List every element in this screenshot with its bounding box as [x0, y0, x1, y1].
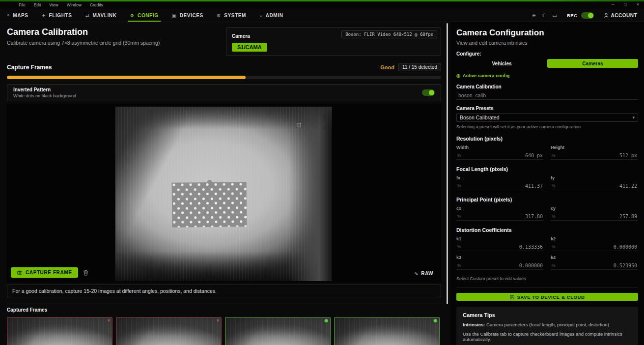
account-label: ACCOUNT — [611, 13, 638, 18]
k1-input[interactable]: % 0.133336 — [456, 243, 544, 251]
tab-label: ADMIN — [266, 13, 283, 18]
numeric-icon: % — [457, 214, 461, 219]
section-heading: Distortion Coefficients — [456, 227, 638, 233]
tab-label: MAPS — [13, 13, 28, 18]
captured-frame-thumbnail[interactable]: ◉ — [225, 317, 331, 345]
tab-vehicles[interactable]: Vehicles — [456, 59, 547, 68]
tab-cameras[interactable]: Cameras — [547, 59, 638, 68]
main-scrollbar[interactable] — [447, 23, 448, 304]
save-to-device-cloud-button[interactable]: SAVE TO DEVICE & CLOUD — [456, 293, 638, 301]
tips-line-calibrate: Use the Calibrate tab to capture checker… — [463, 331, 632, 342]
nav-tabs: ⌖ MAPS ✈ FLIGHTS ⇄ MAVLINK ⚙ CONFIG ▣ DE… — [7, 9, 283, 22]
principal-point-section: Principal Point (pixels) cx % 317.80 cy … — [456, 197, 638, 221]
fx-input[interactable]: % 411.37 — [456, 182, 544, 190]
divider — [7, 303, 446, 303]
toggle-knob — [429, 90, 434, 95]
calibration-board — [171, 182, 247, 228]
captured-frame-thumbnail[interactable]: × — [7, 317, 112, 345]
camera-selector-box: Camera Boson: FLIR Video 640×512 @ 60fps… — [226, 27, 441, 56]
window-controls: – □ × — [612, 2, 639, 7]
k2-input[interactable]: % 0.000000 — [551, 243, 638, 251]
calibration-name-input[interactable]: boson_calib — [456, 91, 638, 100]
preset-helper-text: Selecting a preset will set it as your a… — [456, 124, 638, 129]
section-heading: Resolution (pixels) — [456, 136, 638, 142]
field-value: 0.000000 — [519, 263, 543, 268]
field-value: 317.80 — [525, 214, 543, 219]
numeric-icon: % — [457, 183, 461, 188]
captured-frame-thumbnail[interactable]: ◉ — [334, 317, 440, 345]
stream-info-badge: Boson: FLIR Video 640×512 @ 60fps — [341, 30, 437, 38]
selected-preset: Boson Calibrated — [460, 115, 500, 120]
theme-dark-icon[interactable]: ☾ — [542, 13, 547, 18]
tab-devices[interactable]: ▣ DEVICES — [172, 9, 203, 22]
theme-light-icon[interactable]: ☀ — [532, 13, 536, 18]
minimize-button[interactable]: – — [612, 2, 614, 7]
tab-flights[interactable]: ✈ FLIGHTS — [42, 9, 72, 22]
close-button[interactable]: × — [637, 2, 639, 7]
camera-icon — [17, 270, 22, 275]
detected-count-badge: 11 / 15 detected — [398, 63, 441, 71]
menu-window[interactable]: Window — [67, 2, 82, 7]
camera-presets-label: Camera Presets — [456, 106, 638, 111]
inverted-pattern-row: Inverted Pattern White dots on black bac… — [7, 84, 441, 101]
chip-icon: ▣ — [172, 13, 177, 18]
frame-status-icon: × — [217, 318, 219, 323]
plane-icon: ✈ — [42, 13, 46, 18]
tab-label: DEVICES — [180, 13, 203, 18]
capture-frame-label: CAPTURE FRAME — [26, 270, 72, 275]
camera-device-button[interactable]: S1/CAMA — [232, 43, 267, 52]
tab-label: MAVLINK — [92, 13, 116, 18]
person-icon — [604, 13, 609, 18]
raw-toggle[interactable]: ∿ RAW — [414, 271, 433, 276]
maximize-button[interactable]: □ — [624, 2, 626, 7]
menu-edit[interactable]: Edit — [34, 2, 41, 7]
rec-label: REC — [567, 13, 578, 18]
page-subtitle: Calibrate camera using 7×8 asymmetric ci… — [7, 40, 160, 46]
cy-input[interactable]: % 257.89 — [551, 212, 638, 221]
camera-presets-select[interactable]: Boson Calibrated ▾ — [456, 113, 638, 122]
camera-config-panel: Camera Configuration View and edit camer… — [449, 22, 644, 345]
tips-line-intrinsics: Intrinsics: Camera parameters (focal len… — [463, 322, 632, 327]
tab-mavlink[interactable]: ⇄ MAVLINK — [85, 9, 117, 22]
fy-input[interactable]: % 411.22 — [551, 182, 638, 190]
captured-frames-heading: Captured Frames — [7, 307, 441, 313]
numeric-icon: % — [457, 263, 461, 268]
menu-credits[interactable]: Credits — [90, 2, 103, 7]
configure-segmented-control: Vehicles Cameras — [456, 59, 638, 68]
captured-frames-row: × × ◉ ◉ — [7, 317, 441, 345]
cx-input[interactable]: % 317.80 — [456, 212, 544, 221]
camera-label: Camera — [232, 33, 250, 39]
divider — [456, 287, 638, 288]
circle-icon: ○ — [259, 13, 263, 18]
tab-admin[interactable]: ○ ADMIN — [259, 9, 283, 22]
tab-system[interactable]: ⚙ SYSTEM — [217, 9, 246, 22]
k3-input[interactable]: % 0.000000 — [456, 261, 544, 270]
active-config-indicator: ◎ Active camera config — [456, 73, 638, 78]
camera-tips-card: Camera Tips Intrinsics: Camera parameter… — [456, 307, 638, 345]
delete-frames-button[interactable] — [83, 270, 88, 276]
tips-heading: Camera Tips — [463, 312, 632, 318]
tab-maps[interactable]: ⌖ MAPS — [7, 9, 28, 22]
captured-frame-thumbnail[interactable]: × — [116, 317, 222, 345]
numeric-icon: % — [552, 183, 556, 188]
k4-input[interactable]: % 0.523950 — [551, 261, 638, 270]
gear-icon: ⚙ — [130, 13, 135, 18]
configure-label: Configure: — [456, 51, 638, 57]
height-input[interactable]: % 512 px — [551, 151, 638, 160]
menu-view[interactable]: View — [49, 2, 58, 7]
width-input[interactable]: % 640 px — [456, 151, 544, 160]
field-value: 0.133336 — [519, 244, 543, 250]
frame-status-icon: × — [108, 318, 110, 323]
rec-control: REC — [567, 12, 594, 19]
detection-reticle — [297, 123, 301, 127]
capture-frame-button[interactable]: CAPTURE FRAME — [11, 267, 78, 278]
account-button[interactable]: ACCOUNT — [604, 13, 638, 18]
nav-right-cluster: ☀ ☾ ▭ REC ACCOUNT — [532, 12, 637, 19]
tab-config[interactable]: ⚙ CONFIG — [130, 9, 159, 22]
display-icon[interactable]: ▭ — [552, 13, 557, 18]
field-value: 0.523950 — [614, 263, 637, 268]
rec-toggle[interactable] — [581, 12, 594, 19]
menu-file[interactable]: File — [19, 2, 26, 7]
toggle-knob — [588, 13, 593, 18]
inverted-pattern-toggle[interactable] — [422, 89, 435, 96]
